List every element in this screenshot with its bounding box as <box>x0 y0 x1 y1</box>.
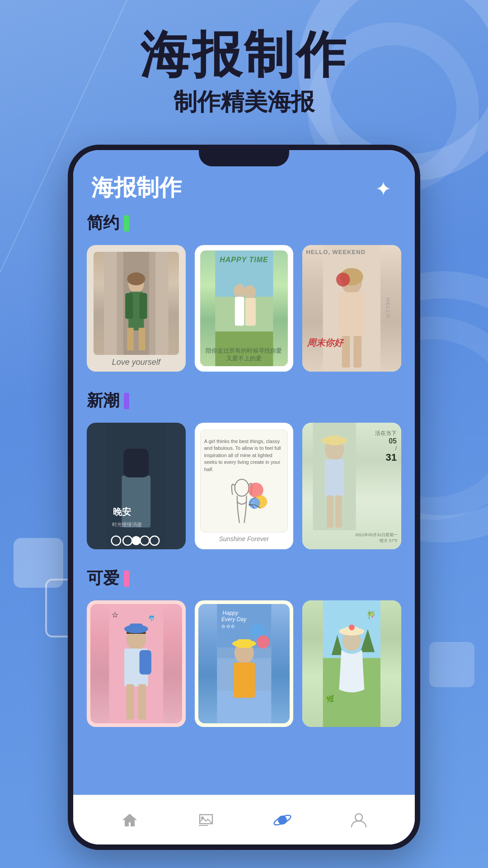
card-6-weather: 2021年05月31日星期一 晴天 57°F <box>355 532 398 544</box>
card-2-caption: 陪你走过所有的时候寻找你爱又爱不上的爱 <box>200 347 288 363</box>
home-icon <box>120 810 140 830</box>
svg-rect-54 <box>127 684 134 720</box>
card-5-text: A girl thinks the best things, classy an… <box>201 434 288 476</box>
svg-text:时光慢慢消逝: 时光慢慢消逝 <box>112 522 142 527</box>
section-title-cute: 可爱 <box>87 567 119 590</box>
card-2-title: HAPPY TIME <box>200 256 288 264</box>
deco-square-3 <box>429 642 474 687</box>
svg-point-37 <box>235 479 249 496</box>
card-1-label: Love yourself <box>112 358 160 367</box>
bottom-nav <box>73 795 415 844</box>
phone-notch <box>199 150 289 166</box>
svg-text:🐬: 🐬 <box>148 615 155 622</box>
card-9-svg: 🎋 🌿 <box>302 600 401 727</box>
screen-content[interactable]: 简约 <box>73 212 415 825</box>
nav-home[interactable] <box>120 810 140 830</box>
svg-point-22 <box>336 273 350 287</box>
svg-point-40 <box>249 497 260 509</box>
template-card-4[interactable]: 晚安 时光慢慢消逝 <box>87 423 186 549</box>
section-trendy: 新潮 <box>87 390 401 549</box>
svg-rect-6 <box>139 293 147 319</box>
svg-point-66 <box>257 636 270 649</box>
svg-rect-14 <box>235 297 244 326</box>
user-icon <box>349 810 369 830</box>
template-card-3[interactable]: HELLO, WEEKEND 周末你好 HELLO <box>302 245 401 372</box>
svg-text:✿ ✿ ✿: ✿ ✿ ✿ <box>221 624 235 629</box>
card-8-inner: Happy Every Day ✿ ✿ ✿ <box>198 604 290 723</box>
card-7-svg: ☆ 🐬 <box>90 604 182 723</box>
card-8-svg: Happy Every Day ✿ ✿ ✿ <box>198 604 290 723</box>
card-5-figure-svg <box>201 476 288 532</box>
template-grid-simple: Love yourself HAPPY TIME <box>87 245 401 372</box>
section-label-cute: 可爱 <box>87 567 401 590</box>
template-card-5[interactable]: A girl thinks the best things, classy an… <box>195 423 294 549</box>
card-1-figure-svg <box>94 252 179 355</box>
nav-profile[interactable] <box>349 810 369 830</box>
template-card-9[interactable]: 🎋 🌿 <box>302 600 401 727</box>
svg-rect-23 <box>342 336 350 368</box>
svg-text:🌿: 🌿 <box>326 694 335 703</box>
svg-rect-53 <box>140 650 151 675</box>
svg-rect-51 <box>130 623 143 632</box>
svg-rect-16 <box>245 298 256 326</box>
svg-rect-63 <box>237 639 251 648</box>
main-title: 海报制作 <box>0 27 488 82</box>
section-label-simple: 简约 <box>87 212 401 234</box>
template-card-1[interactable]: Love yourself <box>87 245 186 372</box>
phone-wrapper: 海报制作 ✦ 简约 <box>68 145 420 850</box>
card-7-inner: ☆ 🐬 <box>90 604 182 723</box>
nav-planet[interactable] <box>272 810 292 830</box>
sub-title: 制作精美海报 <box>0 86 488 118</box>
template-grid-trendy: 晚安 时光慢慢消逝 <box>87 423 401 549</box>
sparkle-icon: ✦ <box>375 177 397 199</box>
section-accent-purple <box>124 393 129 409</box>
svg-rect-21 <box>339 292 365 338</box>
section-label-trendy: 新潮 <box>87 390 401 412</box>
template-card-7[interactable]: ☆ 🐬 <box>87 600 186 727</box>
card-4-svg: 晚安 时光慢慢消逝 <box>87 423 186 549</box>
template-card-2[interactable]: HAPPY TIME <box>195 245 294 372</box>
card-1-image <box>94 252 179 355</box>
svg-point-81 <box>201 816 204 819</box>
card-3-side-text: HELLO <box>385 298 391 319</box>
svg-rect-45 <box>325 459 344 497</box>
svg-rect-7 <box>127 328 133 350</box>
phone-frame: 海报制作 ✦ 简约 <box>68 145 420 850</box>
card-6-label: 活在当下 <box>375 429 397 437</box>
section-title-simple: 简约 <box>87 212 119 234</box>
card-3-hello-text: HELLO, WEEKEND <box>306 249 366 255</box>
section-simple: 简约 <box>87 212 401 372</box>
svg-point-34 <box>131 536 141 545</box>
svg-text:Every Day: Every Day <box>221 616 247 623</box>
svg-rect-64 <box>233 663 255 698</box>
svg-rect-29 <box>108 423 165 549</box>
card-6-weather-text: 2021年05月31日星期一 <box>355 532 398 538</box>
section-title-trendy: 新潮 <box>87 390 119 412</box>
svg-rect-47 <box>336 495 342 528</box>
card-6-bg: 活在当下 05 / 31 2021年05月31日星期一 晴天 57°F <box>302 423 401 549</box>
svg-rect-44 <box>329 436 340 445</box>
nav-gallery[interactable] <box>196 810 216 830</box>
card-6-date-display: 05 <box>375 437 397 445</box>
svg-point-84 <box>355 814 362 821</box>
card-3-weekend-text: 周末你好 <box>307 337 343 349</box>
card-5-label: Sunshine Forever <box>200 535 288 542</box>
phone-screen: 海报制作 ✦ 简约 <box>73 150 415 844</box>
svg-point-13 <box>234 284 245 298</box>
card-5-inner: A girl thinks the best things, classy an… <box>200 429 288 533</box>
template-card-8[interactable]: Happy Every Day ✿ ✿ ✿ <box>195 600 294 727</box>
card-2-image: HAPPY TIME <box>200 250 288 366</box>
screen-title: 海报制作 <box>91 173 182 203</box>
card-6-person-svg <box>302 423 366 530</box>
gallery-icon <box>196 810 216 830</box>
card-6-day: 31 <box>375 452 397 463</box>
section-accent-green <box>124 215 129 231</box>
planet-icon <box>272 810 292 830</box>
template-grid-cute: ☆ 🐬 <box>87 600 401 727</box>
svg-text:☆: ☆ <box>112 611 118 619</box>
svg-text:🎋: 🎋 <box>366 610 376 620</box>
svg-rect-5 <box>125 293 133 319</box>
svg-point-9 <box>127 273 145 286</box>
template-card-6[interactable]: 活在当下 05 / 31 2021年05月31日星期一 晴天 57°F <box>302 423 401 549</box>
svg-rect-46 <box>327 495 333 528</box>
